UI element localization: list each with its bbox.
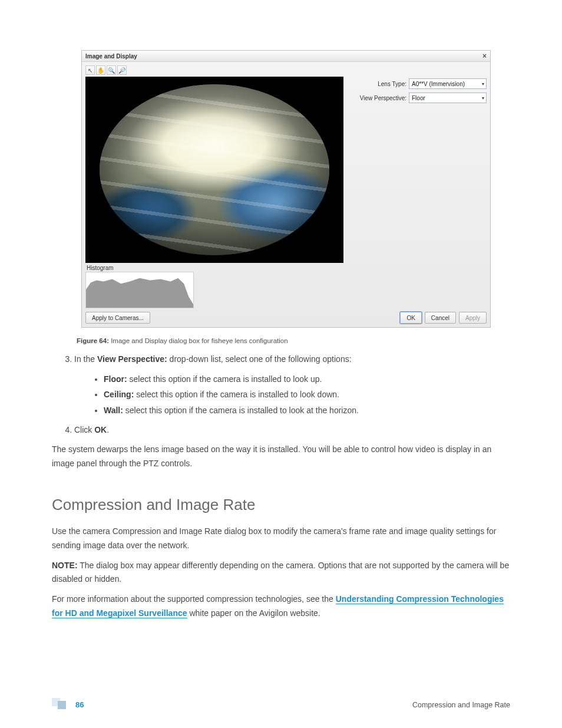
paragraph-dewarp: The system dewarps the lens image based … (52, 443, 510, 471)
section-heading: Compression and Image Rate (52, 496, 510, 514)
step-4-term: OK (94, 425, 107, 434)
zoom-in-icon: 🔍 (108, 67, 115, 74)
apply-to-cameras-button[interactable]: Apply to Cameras... (85, 312, 150, 324)
figure-caption: Figure 64: Image and Display dialog box … (77, 337, 510, 344)
paragraph-link: For more information about the supported… (52, 592, 510, 621)
footer-section-title: Compression and Image Rate (412, 701, 510, 709)
view-perspective-value: Floor (412, 95, 425, 101)
image-and-display-dialog: Image and Display × ↖ ✋ 🔍 🔎 Histogram (81, 50, 491, 328)
lens-type-select[interactable]: A0**V (Immervision) ▾ (409, 78, 487, 89)
step-3-term: View Perspective: (97, 354, 167, 364)
view-perspective-select[interactable]: Floor ▾ (409, 93, 487, 103)
chevron-down-icon: ▾ (482, 81, 484, 87)
step-4: Click OK. (74, 423, 510, 437)
note-paragraph: NOTE: The dialog box may appear differen… (52, 559, 510, 587)
page-number: 86 (75, 700, 84, 709)
cancel-button[interactable]: Cancel (425, 312, 456, 324)
dialog-titlebar: Image and Display × (82, 51, 490, 62)
footer-decor-icon (52, 698, 66, 709)
figure-caption-prefix: Figure 64: (77, 337, 109, 344)
pointer-icon: ↖ (88, 67, 92, 74)
step-3: In the View Perspective: drop-down list,… (74, 353, 510, 419)
zoom-out-icon: 🔎 (118, 67, 125, 74)
view-perspective-label: View Perspective: (360, 95, 406, 101)
option-wall: Wall: select this option if the camera i… (104, 403, 510, 419)
zoom-out-button[interactable]: 🔎 (117, 65, 127, 75)
zoom-in-button[interactable]: 🔍 (107, 65, 116, 75)
hand-icon: ✋ (97, 67, 104, 74)
histogram-label: Histogram (85, 263, 343, 272)
chevron-down-icon: ▾ (482, 95, 484, 101)
option-ceiling: Ceiling: select this option if the camer… (104, 387, 510, 403)
dialog-title: Image and Display (85, 53, 137, 60)
apply-button[interactable]: Apply (459, 312, 487, 324)
pan-tool-button[interactable]: ✋ (96, 65, 105, 75)
image-toolbar: ↖ ✋ 🔍 🔎 (85, 64, 343, 77)
fisheye-preview[interactable] (85, 77, 343, 263)
fisheye-image (100, 84, 329, 255)
lens-type-value: A0**V (Immervision) (412, 81, 465, 87)
histogram (85, 272, 194, 308)
close-icon[interactable]: × (482, 52, 487, 60)
figure-caption-text: Image and Display dialog box for fisheye… (109, 337, 288, 344)
ok-button[interactable]: OK (400, 312, 421, 324)
option-floor: Floor: select this option if the camera … (104, 371, 510, 387)
note-prefix: NOTE: (52, 561, 78, 570)
paragraph-intro: Use the camera Compression and Image Rat… (52, 525, 510, 553)
pointer-tool-button[interactable]: ↖ (85, 65, 95, 75)
lens-type-label: Lens Type: (378, 81, 406, 87)
